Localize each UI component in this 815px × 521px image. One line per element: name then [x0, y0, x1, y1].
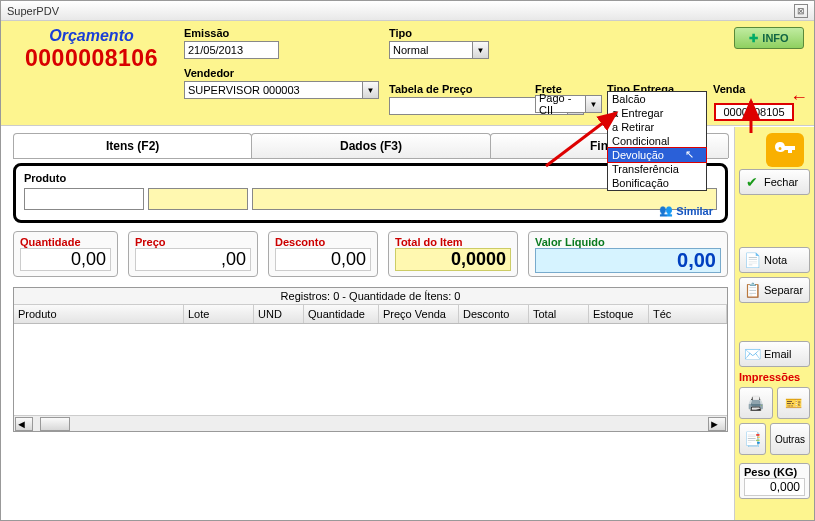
entrega-option[interactable]: Bonificação: [608, 176, 706, 190]
venda-field[interactable]: [714, 103, 794, 121]
entrega-option[interactable]: Transferência: [608, 162, 706, 176]
separar-button[interactable]: 📋 Separar: [739, 277, 810, 303]
valor-liquido-value: 0,00: [535, 248, 721, 273]
quantidade-value[interactable]: 0,00: [20, 248, 111, 271]
document-icon: 📑: [744, 431, 760, 447]
peso-value: 0,000: [744, 478, 805, 496]
grid-col[interactable]: Total: [529, 305, 589, 323]
col-emissao-vendedor: Emissão Vendedor SUPERVISOR 000003▼: [184, 27, 379, 115]
emissao-label: Emissão: [184, 27, 379, 39]
produto-mid-input[interactable]: [148, 188, 248, 210]
desconto-label: Desconto: [275, 236, 371, 248]
chevron-down-icon: ▼: [362, 82, 378, 98]
scroll-left-icon[interactable]: ◄: [15, 417, 33, 431]
window: SuperPDV ⊠ Orçamento 0000008106 Emissão …: [0, 0, 815, 521]
emissao-field[interactable]: [184, 41, 279, 59]
info-button[interactable]: ✚ INFO: [734, 27, 804, 49]
entrega-option[interactable]: Balcão: [608, 92, 706, 106]
check-icon: ✔: [744, 174, 760, 190]
grid-col[interactable]: Produto: [14, 305, 184, 323]
ticket-icon: 🎫: [785, 395, 801, 411]
vendedor-label: Vendedor: [184, 67, 379, 79]
entrega-option[interactable]: Condicional: [608, 134, 706, 148]
produto-row: [24, 188, 717, 210]
preco-value[interactable]: ,00: [135, 248, 251, 271]
entrega-option-selected[interactable]: Devolução↖: [607, 147, 707, 163]
grid-col[interactable]: Téc: [649, 305, 727, 323]
preco-label: Preço: [135, 236, 251, 248]
tipo-value: Normal: [390, 44, 472, 56]
plus-icon: ✚: [749, 32, 758, 45]
produto-code-input[interactable]: [24, 188, 144, 210]
scroll-right-icon[interactable]: ►: [708, 417, 726, 431]
print-button[interactable]: 🖨️: [739, 387, 773, 419]
grid-col[interactable]: Quantidade: [304, 305, 379, 323]
ticket-button[interactable]: 🎫: [777, 387, 811, 419]
produto-desc-input[interactable]: [252, 188, 717, 210]
titlebar: SuperPDV ⊠: [1, 1, 814, 21]
chevron-down-icon: ▼: [585, 96, 601, 112]
tipo-select[interactable]: Normal▼: [389, 41, 489, 59]
preco-box: Preço ,00: [128, 231, 258, 277]
frete-select[interactable]: Pago - CII▼: [535, 95, 602, 113]
side-toolbar: ✔ Fechar 📄 Nota 📋 Separar ✉️ Email Impre…: [734, 127, 814, 520]
grid-col[interactable]: UND: [254, 305, 304, 323]
orcamento-label: Orçamento: [9, 27, 174, 45]
nota-label: Nota: [764, 254, 787, 266]
scroll-thumb[interactable]: [40, 417, 70, 431]
printer-icon: 🖨️: [748, 395, 764, 411]
window-title: SuperPDV: [7, 5, 59, 17]
venda-label: Venda: [713, 83, 745, 95]
quantidade-box: Quantidade 0,00: [13, 231, 118, 277]
info-label: INFO: [762, 32, 788, 44]
entrega-option[interactable]: a Entregar: [608, 106, 706, 120]
chevron-down-icon: ▼: [472, 42, 488, 58]
desconto-value[interactable]: 0,00: [275, 248, 371, 271]
quantidade-label: Quantidade: [20, 236, 111, 248]
vendedor-select[interactable]: SUPERVISOR 000003▼: [184, 81, 379, 99]
desconto-box: Desconto 0,00: [268, 231, 378, 277]
grid-header: Produto Lote UND Quantidade Preço Venda …: [14, 305, 727, 324]
key-icon[interactable]: [766, 133, 804, 167]
grid-col[interactable]: Desconto: [459, 305, 529, 323]
values-row: Quantidade 0,00 Preço ,00 Desconto 0,00 …: [13, 231, 728, 277]
tab-itens[interactable]: Itens (F2): [13, 133, 252, 158]
similar-label: Similar: [676, 205, 713, 217]
mail-icon: ✉️: [744, 346, 760, 362]
entrega-option[interactable]: a Retirar: [608, 120, 706, 134]
similar-link[interactable]: 👥 Similar: [659, 204, 713, 217]
orcamento-block: Orçamento 0000008106: [9, 27, 174, 115]
impressoes-label: Impressões: [739, 371, 810, 383]
nota-button[interactable]: 📄 Nota: [739, 247, 810, 273]
fechar-button[interactable]: ✔ Fechar: [739, 169, 810, 195]
venda-block: Venda: [713, 83, 745, 95]
tipo-label: Tipo: [389, 27, 584, 39]
people-icon: 👥: [659, 204, 673, 217]
fechar-label: Fechar: [764, 176, 798, 188]
entrega-dropdown-list[interactable]: Balcão a Entregar a Retirar Condicional …: [607, 91, 707, 191]
orcamento-number: 0000008106: [9, 45, 174, 72]
total-item-label: Total do Item: [395, 236, 511, 248]
cursor-icon: ↖: [685, 148, 694, 161]
doc-button[interactable]: 📑: [739, 423, 766, 455]
tab-dados[interactable]: Dados (F3): [251, 133, 490, 158]
items-grid: Registros: 0 - Quantidade de Ítens: 0 Pr…: [13, 287, 728, 432]
grid-status: Registros: 0 - Quantidade de Ítens: 0: [14, 288, 727, 305]
email-button[interactable]: ✉️ Email: [739, 341, 810, 367]
outras-button[interactable]: Outras: [770, 423, 810, 455]
grid-col[interactable]: Lote: [184, 305, 254, 323]
grid-hscroll[interactable]: ◄ ►: [14, 415, 727, 431]
close-icon[interactable]: ⊠: [794, 4, 808, 18]
outras-label: Outras: [775, 434, 805, 445]
peso-label: Peso (KG): [744, 466, 805, 478]
vendedor-value: SUPERVISOR 000003: [185, 84, 362, 96]
grid-col[interactable]: Estoque: [589, 305, 649, 323]
valor-liquido-box: Valor Líquido 0,00: [528, 231, 728, 277]
note-icon: 📄: [744, 252, 760, 268]
peso-box: Peso (KG) 0,000: [739, 463, 810, 499]
grid-col[interactable]: Preço Venda: [379, 305, 459, 323]
separar-label: Separar: [764, 284, 803, 296]
grid-body[interactable]: [14, 324, 727, 415]
email-label: Email: [764, 348, 792, 360]
total-item-value: 0,0000: [395, 248, 511, 271]
